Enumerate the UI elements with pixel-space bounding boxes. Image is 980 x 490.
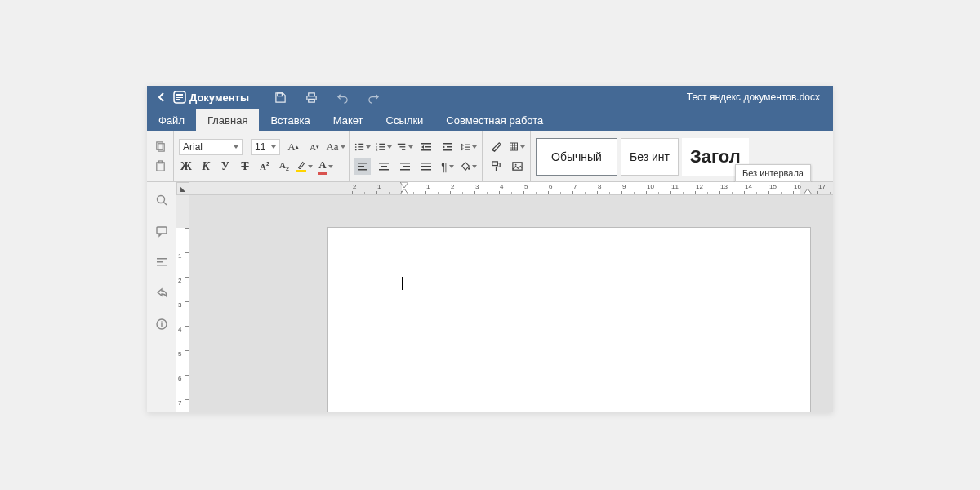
headings-icon[interactable] xyxy=(154,254,170,270)
save-icon[interactable] xyxy=(272,89,288,105)
font-name-select[interactable]: Arial xyxy=(179,139,243,155)
superscript-button[interactable]: A2 xyxy=(257,161,272,172)
shading-icon[interactable] xyxy=(461,158,477,175)
svg-rect-19 xyxy=(379,143,385,144)
side-panel xyxy=(147,182,176,412)
document-canvas[interactable] xyxy=(189,195,833,412)
tab-insert[interactable]: Вставка xyxy=(259,109,321,131)
svg-rect-44 xyxy=(400,169,410,171)
find-icon[interactable] xyxy=(154,192,170,208)
align-center-icon[interactable] xyxy=(376,158,392,175)
svg-rect-47 xyxy=(421,169,431,171)
tab-collaboration[interactable]: Совместная работа xyxy=(434,109,555,131)
align-left-icon[interactable] xyxy=(354,158,371,175)
svg-rect-13 xyxy=(358,143,363,144)
decrease-indent-icon[interactable] xyxy=(418,139,434,155)
svg-point-48 xyxy=(468,167,470,170)
feedback-icon[interactable] xyxy=(154,285,170,301)
paste-icon[interactable] xyxy=(152,158,168,175)
tooltip: Без интервала xyxy=(735,164,811,182)
svg-rect-65 xyxy=(161,323,162,327)
svg-point-16 xyxy=(355,149,357,150)
bold-button[interactable]: Ж xyxy=(179,160,194,173)
decrease-font-icon[interactable]: A▾ xyxy=(306,139,323,155)
clear-style-icon[interactable] xyxy=(488,139,504,155)
svg-rect-37 xyxy=(358,166,364,167)
increase-font-icon[interactable]: A▴ xyxy=(285,139,301,155)
font-color-icon[interactable]: A xyxy=(318,158,334,175)
svg-rect-28 xyxy=(425,146,431,148)
tab-file[interactable]: Файл xyxy=(147,109,196,131)
change-case-icon[interactable]: Aa xyxy=(327,139,344,155)
style-no-spacing[interactable]: Без инт xyxy=(621,138,679,176)
svg-rect-62 xyxy=(157,265,167,266)
underline-button[interactable]: У xyxy=(218,160,233,173)
app-logo[interactable]: Документы xyxy=(173,91,249,104)
tab-references[interactable]: Ссылки xyxy=(375,109,435,131)
multilevel-list-icon[interactable] xyxy=(397,139,413,155)
svg-point-14 xyxy=(355,146,357,148)
numbering-icon[interactable]: 123 xyxy=(376,139,392,155)
svg-rect-7 xyxy=(308,99,314,102)
line-spacing-icon[interactable] xyxy=(461,139,477,155)
align-right-icon[interactable] xyxy=(397,158,413,175)
svg-rect-43 xyxy=(403,166,410,167)
app-name: Документы xyxy=(189,91,249,104)
back-icon[interactable] xyxy=(154,89,170,105)
strike-button[interactable]: Т xyxy=(238,160,252,173)
highlight-color-icon[interactable] xyxy=(296,158,313,175)
style-normal[interactable]: Обычный xyxy=(536,138,617,176)
svg-rect-25 xyxy=(399,146,405,147)
svg-rect-21 xyxy=(379,146,385,147)
left-indent-marker[interactable] xyxy=(400,188,408,194)
svg-rect-4 xyxy=(277,92,282,96)
svg-point-12 xyxy=(355,143,357,145)
about-icon[interactable] xyxy=(154,316,170,332)
font-name-value: Arial xyxy=(183,141,203,153)
print-icon[interactable] xyxy=(303,89,319,105)
svg-point-64 xyxy=(161,321,163,323)
svg-rect-46 xyxy=(421,166,431,167)
nonprinting-icon[interactable]: ¶ xyxy=(439,158,456,175)
font-size-select[interactable]: 11 xyxy=(251,139,280,155)
svg-rect-31 xyxy=(447,146,452,148)
tooltip-text: Без интервала xyxy=(742,168,804,178)
svg-rect-60 xyxy=(157,258,167,260)
svg-rect-34 xyxy=(465,146,470,147)
svg-rect-2 xyxy=(176,97,183,98)
svg-text:3: 3 xyxy=(376,148,378,152)
svg-rect-39 xyxy=(379,163,389,164)
style-gallery: Обычный Без инт Загол xyxy=(531,131,749,181)
svg-rect-27 xyxy=(421,143,431,145)
font-size-value: 11 xyxy=(255,141,265,153)
horizontal-ruler[interactable]: 211234567891011121314151617 xyxy=(189,182,833,195)
document-name: Тест яндекс документов.docx xyxy=(687,91,820,103)
increase-indent-icon[interactable] xyxy=(439,139,456,155)
svg-rect-33 xyxy=(465,144,470,145)
insert-image-icon[interactable] xyxy=(509,158,525,175)
comments-icon[interactable] xyxy=(154,223,170,239)
tab-layout[interactable]: Макет xyxy=(322,109,375,131)
vertical-ruler[interactable]: 1234567 xyxy=(176,195,189,412)
redo-icon[interactable] xyxy=(365,89,381,105)
svg-rect-41 xyxy=(379,169,389,171)
svg-rect-49 xyxy=(510,143,518,150)
svg-rect-54 xyxy=(492,162,497,166)
svg-rect-1 xyxy=(176,94,183,96)
align-justify-icon[interactable] xyxy=(418,158,434,175)
undo-icon[interactable] xyxy=(334,89,350,105)
svg-rect-40 xyxy=(381,166,387,167)
bullets-icon[interactable] xyxy=(354,139,371,155)
subscript-button[interactable]: A2 xyxy=(277,160,292,172)
tab-home[interactable]: Главная xyxy=(196,109,259,131)
copy-icon[interactable] xyxy=(152,139,168,155)
svg-rect-24 xyxy=(398,143,405,144)
right-indent-marker[interactable] xyxy=(804,188,812,194)
format-painter-icon[interactable] xyxy=(488,158,504,175)
page[interactable] xyxy=(328,228,810,412)
insert-table-icon[interactable] xyxy=(509,139,525,155)
italic-button[interactable]: К xyxy=(198,160,213,173)
svg-rect-30 xyxy=(443,143,452,145)
svg-point-57 xyxy=(157,196,164,203)
svg-rect-3 xyxy=(176,99,180,100)
